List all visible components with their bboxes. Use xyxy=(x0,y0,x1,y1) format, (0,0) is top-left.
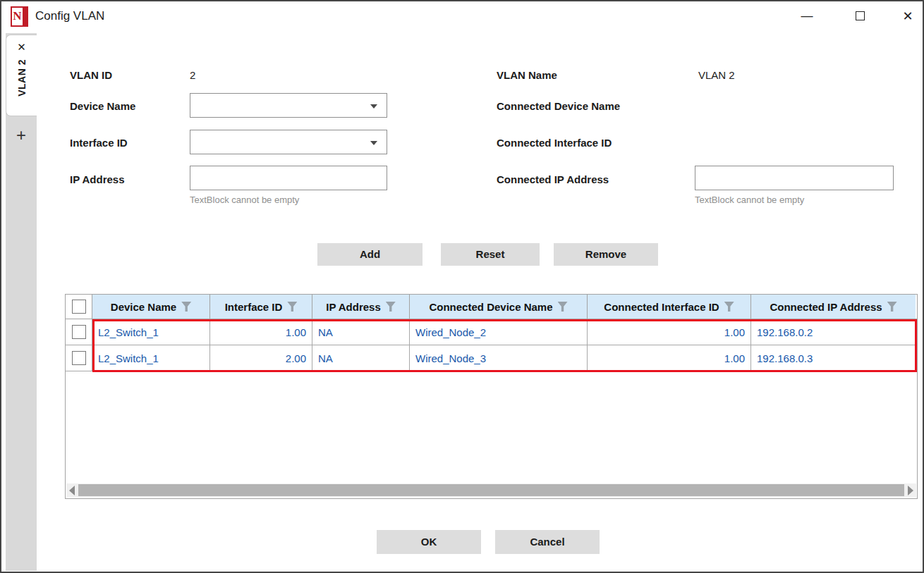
connected-device-name-label: Connected Device Name xyxy=(497,100,620,112)
horizontal-scrollbar[interactable] xyxy=(66,483,916,497)
dropdown-arrow-icon xyxy=(370,104,377,109)
add-tab-button[interactable]: + xyxy=(6,122,37,150)
column-header-connected-interface-id[interactable]: Connected Interface ID xyxy=(588,295,751,319)
cell-interface-id: 1.00 xyxy=(210,319,312,345)
ok-button[interactable]: OK xyxy=(377,530,481,554)
tab-strip: ✕ VLAN 2 + xyxy=(6,33,37,571)
vlan-id-value: 2 xyxy=(190,69,195,81)
dropdown-arrow-icon xyxy=(370,141,377,145)
window-title: Config VLAN xyxy=(35,9,104,23)
tab-close-icon[interactable]: ✕ xyxy=(17,41,26,54)
interface-id-label: Interface ID xyxy=(70,137,128,149)
cell-connected-device-name: Wired_Node_3 xyxy=(410,345,588,371)
connected-ip-address-validation: TextBlock cannot be empty xyxy=(695,195,804,205)
select-all-checkbox[interactable] xyxy=(72,300,86,314)
titlebar: N Config VLAN — ✕ xyxy=(1,1,923,31)
filter-icon[interactable] xyxy=(558,302,568,312)
scroll-right-icon[interactable] xyxy=(908,486,913,495)
cell-interface-id: 2.00 xyxy=(210,345,312,371)
column-header-device-name[interactable]: Device Name xyxy=(92,295,210,319)
config-vlan-window: N Config VLAN — ✕ ✕ VLAN 2 + VLAN ID 2 D… xyxy=(0,0,924,573)
cell-device-name: L2_Switch_1 xyxy=(92,319,210,345)
add-button[interactable]: Add xyxy=(317,243,423,266)
connected-ip-address-input[interactable] xyxy=(695,166,894,190)
ip-address-validation: TextBlock cannot be empty xyxy=(190,195,299,205)
scroll-left-icon[interactable] xyxy=(69,486,75,495)
cell-device-name: L2_Switch_1 xyxy=(92,345,210,371)
connected-ip-address-label: Connected IP Address xyxy=(497,173,609,185)
cell-connected-interface-id: 1.00 xyxy=(588,319,751,345)
minimize-button[interactable]: — xyxy=(795,6,819,27)
table-header-row: Device Name Interface ID IP Address Conn… xyxy=(66,295,917,319)
cell-ip-address: NA xyxy=(312,319,410,345)
close-button[interactable]: ✕ xyxy=(896,6,920,27)
maximize-button[interactable] xyxy=(848,6,872,27)
device-name-label: Device Name xyxy=(70,100,135,112)
netsim-logo-icon: N xyxy=(11,6,28,27)
ip-address-input[interactable] xyxy=(190,166,387,190)
cell-connected-device-name: Wired_Node_2 xyxy=(410,319,588,345)
row-checkbox[interactable] xyxy=(72,325,86,339)
vlan-name-label: VLAN Name xyxy=(497,69,557,81)
filter-icon[interactable] xyxy=(287,302,297,312)
logo-letter: N xyxy=(12,8,23,25)
vlan-table: Device Name Interface ID IP Address Conn… xyxy=(65,294,918,499)
cancel-button[interactable]: Cancel xyxy=(495,530,600,554)
remove-button[interactable]: Remove xyxy=(554,243,658,266)
scrollbar-thumb[interactable] xyxy=(78,484,904,496)
filter-icon[interactable] xyxy=(386,302,396,312)
vlan-name-value: VLAN 2 xyxy=(698,69,735,81)
column-header-interface-id[interactable]: Interface ID xyxy=(210,295,312,319)
filter-icon[interactable] xyxy=(887,302,897,312)
filter-icon[interactable] xyxy=(724,302,734,312)
reset-button[interactable]: Reset xyxy=(441,243,540,266)
row-checkbox[interactable] xyxy=(72,351,86,365)
column-header-connected-ip-address[interactable]: Connected IP Address xyxy=(751,295,916,319)
tab-vlan-2[interactable]: ✕ VLAN 2 xyxy=(6,35,37,116)
filter-icon[interactable] xyxy=(181,302,191,312)
cell-ip-address: NA xyxy=(312,345,410,371)
logo-stripe xyxy=(23,8,27,25)
cell-connected-ip-address: 192.168.0.3 xyxy=(751,345,916,371)
device-name-dropdown[interactable] xyxy=(190,93,387,118)
table-row[interactable]: L2_Switch_1 2.00 NA Wired_Node_3 1.00 19… xyxy=(66,345,917,371)
table-row[interactable]: L2_Switch_1 1.00 NA Wired_Node_2 1.00 19… xyxy=(66,319,917,345)
cell-connected-interface-id: 1.00 xyxy=(588,345,751,371)
cell-connected-ip-address: 192.168.0.2 xyxy=(751,319,916,345)
interface-id-dropdown[interactable] xyxy=(190,130,387,154)
column-header-ip-address[interactable]: IP Address xyxy=(312,295,410,319)
maximize-icon xyxy=(856,11,865,20)
connected-interface-id-label: Connected Interface ID xyxy=(497,137,612,149)
tab-label: VLAN 2 xyxy=(16,59,28,97)
vlan-id-label: VLAN ID xyxy=(70,69,112,81)
ip-address-label: IP Address xyxy=(70,173,125,185)
select-all-cell xyxy=(66,295,92,319)
column-header-connected-device-name[interactable]: Connected Device Name xyxy=(410,295,588,319)
